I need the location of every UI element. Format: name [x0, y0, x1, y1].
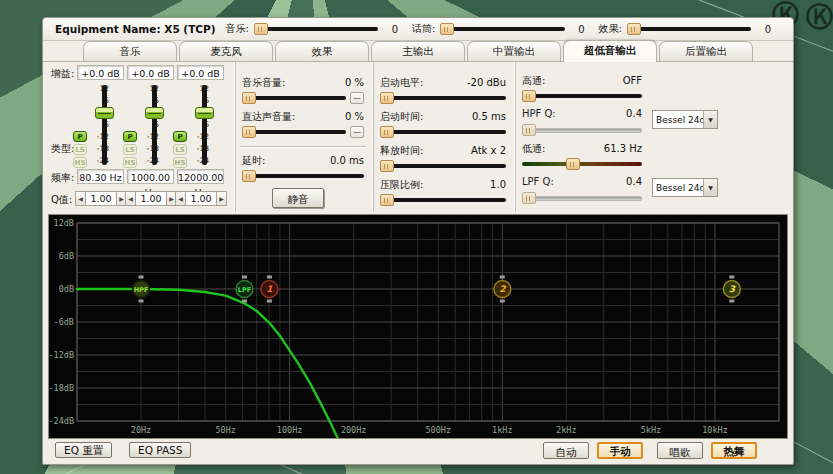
hpf-q-value: 0.4: [626, 108, 642, 119]
delay-slider[interactable]: [242, 170, 364, 182]
slider-track: [242, 130, 346, 134]
band2-highshelf-button[interactable]: HS: [123, 157, 137, 168]
marker-handle[interactable]: [729, 276, 734, 279]
slider-handle-icon[interactable]: [242, 170, 256, 182]
spin-down-button[interactable]: ◀: [125, 191, 136, 206]
slider-handle-icon[interactable]: [242, 126, 256, 138]
equipment-name-title: Equipment Name: X5 (TCP): [55, 23, 216, 35]
band3-gain-fader[interactable]: 12 6 0 -6 -12 -18 -24 P LS HS: [173, 83, 227, 169]
slider-handle-icon[interactable]: [380, 126, 394, 138]
marker-handle[interactable]: [242, 276, 247, 279]
band3-peak-button[interactable]: P: [173, 131, 187, 142]
slider-handle-icon[interactable]: [254, 23, 268, 35]
spin-up-button[interactable]: ▶: [216, 191, 227, 206]
hpf-type-dropdown[interactable]: Bessel 24dB ▼: [652, 110, 718, 129]
slider-handle-icon[interactable]: [522, 90, 536, 102]
tab-music[interactable]: 音乐: [83, 41, 177, 61]
mic-level-slider[interactable]: [440, 23, 564, 35]
marker-handle[interactable]: [139, 300, 144, 303]
eq-reset-button[interactable]: EQ 重置: [55, 442, 112, 458]
band2-peak-button[interactable]: P: [123, 131, 137, 142]
slider-handle-icon[interactable]: [242, 92, 256, 104]
marker-handle[interactable]: [500, 300, 505, 303]
hpf-label: 高通:: [522, 74, 545, 88]
chevron-down-icon[interactable]: ▼: [703, 111, 717, 128]
spin-down-button[interactable]: ◀: [75, 191, 86, 206]
slider-handle-icon[interactable]: [380, 194, 394, 206]
chevron-down-icon[interactable]: ▼: [703, 179, 717, 196]
attack-time-slider[interactable]: [380, 126, 506, 138]
lpf-value: 61.3 Hz: [604, 143, 642, 154]
tab-rear-output[interactable]: 后置输出: [659, 41, 753, 61]
marker-handle[interactable]: [267, 276, 272, 279]
lpf-q-slider[interactable]: [522, 192, 642, 204]
effect-level-slider[interactable]: [627, 23, 751, 35]
band3-lowshelf-button[interactable]: LS: [173, 144, 187, 155]
output-tab-bar: 音乐 麦克风 效果 主输出 中置输出 超低音输出 后置输出: [83, 41, 753, 62]
band2-gain-fader[interactable]: 12 6 0 -6 -12 -18 -24 P LS HS: [123, 83, 177, 169]
music-volume-slider[interactable]: [242, 92, 346, 104]
music-volume-toggle[interactable]: —: [350, 92, 364, 104]
release-time-slider[interactable]: [380, 160, 506, 172]
svg-text:-18dB: -18dB: [49, 383, 74, 393]
slider-track: [242, 174, 364, 178]
direct-sound-volume-value: 0 %: [345, 111, 364, 122]
band3-highshelf-button[interactable]: HS: [173, 157, 187, 168]
slider-handle-icon[interactable]: [440, 23, 454, 35]
fader-handle-icon[interactable]: [145, 107, 164, 119]
music-level-slider[interactable]: [254, 23, 378, 35]
band1-lowshelf-button[interactable]: LS: [73, 144, 87, 155]
tab-center-output[interactable]: 中置输出: [467, 41, 561, 61]
slider-handle-icon[interactable]: [522, 192, 536, 204]
fader-handle-icon[interactable]: [95, 107, 114, 119]
svg-text:200Hz: 200Hz: [341, 425, 367, 435]
band1-gain-fader[interactable]: 12 6 0 -6 -12 -18 -24 P LS HS: [73, 83, 127, 169]
mode-auto-button[interactable]: 自动: [543, 442, 589, 459]
tab-main-output[interactable]: 主输出: [371, 41, 465, 61]
band1-q-spinner: ◀ 1.00 ▶: [75, 191, 127, 206]
lpf-label: 低通:: [522, 142, 545, 156]
effect-level-group: 效果: 0: [599, 22, 786, 36]
type-label: 类型:: [51, 142, 74, 156]
lpf-q-value: 0.4: [626, 176, 642, 187]
marker-handle[interactable]: [139, 276, 144, 279]
slider-track: [380, 96, 506, 100]
eq-pass-button[interactable]: EQ PASS: [129, 442, 191, 458]
tab-effect[interactable]: 效果: [275, 41, 369, 61]
lpf-type-dropdown[interactable]: Bessel 24dB ▼: [652, 178, 718, 197]
tab-microphone[interactable]: 麦克风: [179, 41, 273, 61]
mode-manual-button[interactable]: 手动: [597, 442, 643, 459]
band1-peak-button[interactable]: P: [73, 131, 87, 142]
direct-sound-volume-slider[interactable]: [242, 126, 346, 138]
slider-handle-icon[interactable]: [380, 92, 394, 104]
direct-sound-volume-label: 直达声音量:: [242, 110, 295, 124]
marker-handle[interactable]: [729, 300, 734, 303]
threshold-slider[interactable]: [380, 92, 506, 104]
fader-handle-icon[interactable]: [195, 107, 214, 119]
band2-lowshelf-button[interactable]: LS: [123, 144, 137, 155]
mode-dance-button[interactable]: 热舞: [711, 442, 757, 459]
slider-handle-icon[interactable]: [566, 158, 580, 170]
eq-response-chart[interactable]: 12dB6dB0dB-6dB-12dB-18dB-24dB20Hz50Hz100…: [49, 215, 787, 438]
ratio-slider[interactable]: [380, 194, 506, 206]
hpf-q-slider[interactable]: [522, 124, 642, 136]
mode-sing-button[interactable]: 唱歌: [657, 442, 703, 459]
mute-button[interactable]: 静音: [272, 188, 324, 208]
marker-handle[interactable]: [267, 300, 272, 303]
tab-subwoofer-output[interactable]: 超低音输出: [563, 40, 657, 62]
hpf-frequency-slider[interactable]: [522, 90, 642, 102]
lpf-frequency-slider[interactable]: [522, 158, 642, 170]
marker-handle[interactable]: [500, 276, 505, 279]
spin-down-button[interactable]: ◀: [175, 191, 186, 206]
marker-handle[interactable]: [242, 300, 247, 303]
hpf-type-value: Bessel 24dB: [653, 115, 703, 125]
direct-sound-volume-toggle[interactable]: —: [350, 126, 364, 138]
eq-marker-label: 3: [729, 284, 736, 294]
band1-highshelf-button[interactable]: HS: [73, 157, 87, 168]
hpf-q-label: HPF Q:: [522, 108, 556, 119]
slider-handle-icon[interactable]: [522, 124, 536, 136]
slider-handle-icon[interactable]: [627, 23, 641, 35]
slider-handle-icon[interactable]: [380, 160, 394, 172]
attack-time-value: 0.5 ms: [472, 111, 506, 122]
band1-gain-value: +0.0 dB: [77, 65, 124, 80]
